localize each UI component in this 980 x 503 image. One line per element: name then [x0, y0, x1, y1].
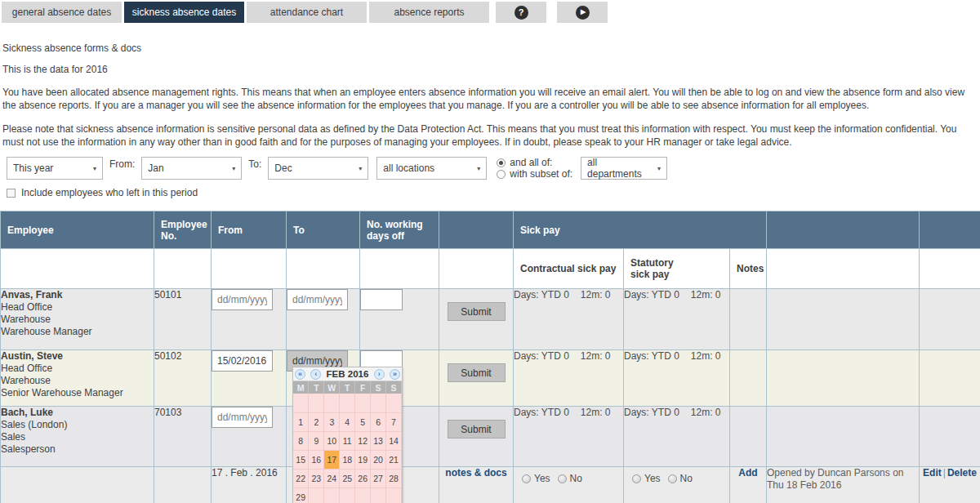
- notes-and-docs-link[interactable]: notes & docs: [445, 467, 506, 479]
- calendar-day[interactable]: 16: [309, 450, 324, 469]
- from-month-value: Jan: [148, 162, 163, 174]
- day-header: F: [355, 381, 371, 394]
- opened-by-text: Opened by Duncan Parsons on Thu 18 Feb 2…: [767, 467, 920, 503]
- col-header-blank3: [920, 211, 980, 249]
- play-button[interactable]: ▶: [557, 2, 608, 23]
- from-date-input[interactable]: [212, 407, 273, 428]
- calendar-day[interactable]: 21: [386, 450, 402, 469]
- with-subset-of-option[interactable]: with subset of:: [497, 168, 572, 180]
- calendar-day[interactable]: 4: [340, 412, 355, 431]
- day-header: T: [309, 381, 324, 394]
- calendar-day: [309, 394, 324, 412]
- calendar-day[interactable]: 22: [293, 469, 309, 487]
- calendar-day[interactable]: 23: [309, 469, 324, 487]
- calendar-next-icon[interactable]: ›: [374, 369, 385, 380]
- include-left-option[interactable]: Include employees who left in this perio…: [7, 187, 980, 198]
- calendar-day[interactable]: 12: [355, 431, 371, 450]
- and-all-of-radio[interactable]: [497, 158, 506, 167]
- col-header-blank: [439, 211, 514, 249]
- add-note-link[interactable]: Add: [738, 467, 757, 479]
- calendar-day[interactable]: 10: [324, 431, 340, 450]
- delete-link[interactable]: Delete: [947, 467, 977, 479]
- include-left-checkbox[interactable]: [7, 189, 16, 198]
- edit-link[interactable]: Edit: [923, 467, 942, 479]
- calendar-day[interactable]: 9: [309, 431, 324, 450]
- table-subheader-row: Contractual sick pay Statutory sick pay …: [1, 249, 980, 289]
- employee-location: Sales (London): [1, 419, 154, 431]
- notes-cell: [730, 289, 767, 350]
- calendar-day[interactable]: 1: [293, 412, 309, 431]
- period-select[interactable]: This year ▾: [7, 157, 103, 180]
- tab-attendance-chart[interactable]: attendance chart: [247, 2, 367, 23]
- statutory-yes-no-group: Yes No: [624, 467, 729, 484]
- calendar-day[interactable]: 6: [371, 412, 386, 431]
- to-date-input[interactable]: [287, 289, 348, 310]
- calendar-first-icon[interactable]: «: [295, 369, 305, 380]
- data-year-line: This is the data for 2016: [2, 64, 980, 75]
- from-date-input[interactable]: [212, 289, 273, 310]
- employee-name: Bach, Luke: [1, 407, 154, 419]
- calendar-day[interactable]: 19: [355, 450, 371, 469]
- contractual-yes-radio[interactable]: [522, 474, 531, 483]
- calendar-day[interactable]: 25: [340, 469, 355, 487]
- calendar-day[interactable]: 15: [293, 450, 309, 469]
- contractual-no-radio[interactable]: [558, 474, 567, 483]
- with-subset-of-radio[interactable]: [497, 170, 506, 179]
- statutory-no-radio[interactable]: [668, 474, 677, 483]
- calendar-day[interactable]: 28: [386, 469, 402, 487]
- help-button[interactable]: ?: [496, 2, 546, 23]
- col-header-days-off: No. working days off: [360, 211, 439, 249]
- calendar-prev-icon[interactable]: ‹: [310, 369, 321, 380]
- tab-general-absence-dates[interactable]: general absence dates: [2, 2, 122, 23]
- tab-sickness-absence-dates[interactable]: sickness absence dates: [124, 2, 244, 23]
- calendar-month-title: FEB 2016: [327, 369, 369, 379]
- and-all-of-option[interactable]: and all of:: [497, 157, 572, 168]
- departments-value: all departments: [587, 157, 653, 180]
- calendar-day[interactable]: 11: [340, 431, 355, 450]
- calendar-day[interactable]: 5: [355, 412, 371, 431]
- from-month-select[interactable]: Jan ▾: [141, 157, 242, 180]
- calendar-day[interactable]: 14: [386, 431, 402, 450]
- employee-cell: Austin, Steve Head Office Warehouse Seni…: [1, 350, 154, 407]
- employee-department: Warehouse: [1, 375, 154, 387]
- chevron-down-icon: ▾: [359, 165, 362, 172]
- day-header: S: [371, 381, 386, 394]
- from-date-input[interactable]: [212, 350, 273, 372]
- employee-number: 50101: [154, 289, 212, 350]
- calendar-day[interactable]: 8: [293, 431, 309, 450]
- page-subtitle: Sickness absence forms & docs: [2, 42, 980, 54]
- calendar-day[interactable]: 29: [293, 487, 309, 503]
- table-row: Bach, Luke Sales (London) Sales Salesper…: [1, 407, 980, 467]
- calendar-day[interactable]: 7: [386, 412, 402, 431]
- contractual-yes-no-group: Yes No: [514, 467, 623, 484]
- subheader-notes: Notes: [730, 249, 767, 289]
- subheader-contractual: Contractual sick pay: [514, 249, 624, 289]
- calendar-day-selected[interactable]: 17: [324, 450, 340, 469]
- calendar-day[interactable]: 2: [309, 412, 324, 431]
- submit-button[interactable]: Submit: [448, 363, 506, 382]
- rights-paragraph: You have been allocated absence manageme…: [2, 87, 978, 112]
- calendar-day[interactable]: 13: [371, 431, 386, 450]
- table-header-row: Employee Employee No. From To No. workin…: [1, 211, 980, 249]
- calendar-last-icon[interactable]: »: [390, 369, 400, 380]
- opened-cell: [767, 350, 920, 407]
- locations-select[interactable]: all locations ▾: [376, 157, 487, 180]
- chevron-down-icon: ▾: [232, 165, 235, 172]
- contractual-sick-pay-cell: Days: YTD 012m: 0: [514, 407, 624, 467]
- to-month-select[interactable]: Dec ▾: [268, 157, 368, 180]
- calendar-day[interactable]: 20: [371, 450, 386, 469]
- calendar-day[interactable]: 27: [371, 469, 386, 487]
- calendar-day[interactable]: 24: [324, 469, 340, 487]
- calendar-day[interactable]: 18: [340, 450, 355, 469]
- statutory-yes-radio[interactable]: [632, 474, 641, 483]
- submit-button[interactable]: Submit: [448, 420, 506, 438]
- submit-button[interactable]: Submit: [448, 302, 506, 321]
- col-header-employee: Employee: [1, 211, 154, 249]
- date-picker-popup: « ‹ FEB 2016 › » M T W T F S S 1 2 3 4: [292, 367, 403, 503]
- tab-absence-reports[interactable]: absence reports: [369, 2, 489, 23]
- day-header: M: [293, 381, 309, 394]
- calendar-day[interactable]: 3: [324, 412, 340, 431]
- days-off-input[interactable]: [360, 289, 403, 310]
- calendar-day[interactable]: 26: [355, 469, 371, 487]
- departments-select[interactable]: all departments ▾: [581, 157, 667, 180]
